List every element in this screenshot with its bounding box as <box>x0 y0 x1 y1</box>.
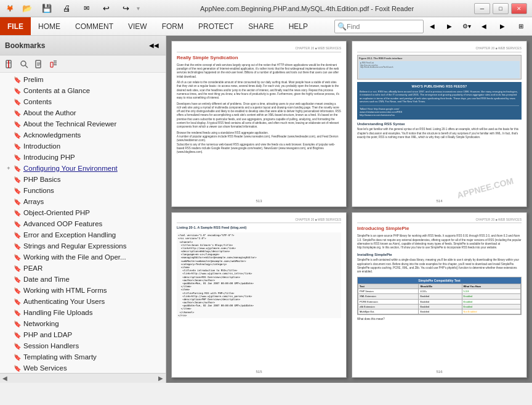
close-btn[interactable]: ✕ <box>511 3 527 14</box>
bookmark-introducing-php[interactable]: 🔖 Introducing PHP <box>0 152 166 163</box>
bookmark-label: Templating with Smarty <box>23 353 97 361</box>
email-btn[interactable]: ✉ <box>78 1 95 17</box>
page-4[interactable]: CHAPTER 20 ■ WEB SERVICES Introducing Si… <box>352 212 527 378</box>
bookmarks-list[interactable]: 🔖 Prelim 🔖 Contents at a Glance 🔖 Conten… <box>0 73 166 373</box>
bookmark-marker-icon: 🔖 <box>14 165 21 172</box>
menu-share[interactable]: SHARE <box>241 17 281 35</box>
bookmark-search-btn[interactable] <box>17 58 31 70</box>
bookmark-marker-icon: 🔖 <box>14 210 21 216</box>
bookmark-error-handling[interactable]: 🔖 Error and Exception Handling <box>0 229 166 240</box>
bookmark-file-ops[interactable]: 🔖 Working with the File and Oper... <box>0 252 166 263</box>
search-input[interactable] <box>347 23 421 30</box>
page-2-subtitle: Understanding RSS Syntax <box>357 122 522 127</box>
sidebar-prev-btn[interactable]: ◀ <box>2 375 7 382</box>
cell: PHP Version <box>358 289 419 294</box>
bookmark-file-uploads[interactable]: 🔖 Handling File Uploads <box>0 307 166 318</box>
menu-file[interactable]: FILE <box>0 17 31 35</box>
bookmark-smarty[interactable]: 🔖 Templating with Smarty <box>0 351 166 362</box>
open-btn[interactable]: 📂 <box>18 1 36 17</box>
page-4-title: Introducing SimplePie <box>357 226 522 232</box>
bookmark-marker-icon: 🔖 <box>14 154 21 161</box>
bookmark-pear[interactable]: 🔖 PEAR <box>0 263 166 274</box>
bookmark-advanced-oop[interactable]: 🔖 Advanced OOP Features <box>0 218 166 229</box>
menu-form[interactable]: FORM <box>155 17 191 35</box>
bookmark-contents-at-glance[interactable]: 🔖 Contents at a Glance <box>0 85 166 96</box>
bookmark-date-time[interactable]: 🔖 Date and Time <box>0 274 166 285</box>
menu-bar: FILE HOME COMMENT VIEW FORM PROTECT SHAR… <box>0 17 532 36</box>
bookmark-expand-all-btn[interactable] <box>47 58 60 70</box>
bookmark-configuring[interactable]: + 🔖 Configuring Your Environment <box>0 163 166 174</box>
bookmark-functions[interactable]: 🔖 Functions <box>0 185 166 196</box>
bookmark-php-basics[interactable]: 🔖 PHP Basics <box>0 174 166 185</box>
save-btn[interactable]: 💾 <box>38 1 55 17</box>
search-options-btn[interactable]: ⚙▾ <box>458 18 475 35</box>
nav-prev-btn[interactable]: ◀ <box>475 18 493 35</box>
bookmark-label: Functions <box>23 187 54 194</box>
cell: MultiByte Ext. <box>358 309 419 314</box>
page-2-text: Now let's get familiar with the general … <box>357 128 522 139</box>
sidebar-title: Bookmarks <box>5 41 45 50</box>
bookmark-about-author[interactable]: 🔖 About the Author <box>0 107 166 118</box>
col-should-be: Should Be <box>419 284 462 289</box>
cell: Enabled <box>462 299 520 304</box>
print-btn[interactable]: 🖨 <box>58 1 75 17</box>
sidebar-next-btn[interactable]: ▶ <box>158 375 163 382</box>
page-2-content: CHAPTER 20 ■ WEB SERVICES Figure 20-1. T… <box>352 41 526 207</box>
page-1-chapter: CHAPTER 20 ■ WEB SERVICES <box>177 46 341 52</box>
minimize-btn[interactable]: ─ <box>474 3 490 14</box>
figure-title: Figure 20-1. The RSS Feeds interface <box>359 57 520 60</box>
bookmark-web-services[interactable]: 🔖 Web Services <box>0 362 166 373</box>
cell: Enabled <box>419 309 462 314</box>
maximize-btn[interactable]: □ <box>493 3 509 14</box>
menu-view[interactable]: VIEW <box>121 17 155 35</box>
page-1-para1: Given that the entire concept of web ser… <box>177 63 341 79</box>
bookmark-arrays[interactable]: 🔖 Arrays <box>0 196 166 207</box>
cell: Enabled <box>419 304 462 309</box>
page-2[interactable]: CHAPTER 20 ■ WEB SERVICES Figure 20-1. T… <box>352 41 527 207</box>
bookmark-delete-btn[interactable] <box>32 58 46 70</box>
page-1[interactable]: CHAPTER 20 ■ WEB SERVICES Really Simple … <box>171 41 347 207</box>
page-4-chapter: CHAPTER 20 ■ WEB SERVICES <box>357 218 522 224</box>
bookmark-marker-icon: 🔖 <box>14 365 21 372</box>
bookmark-authenticating[interactable]: 🔖 Authenticating Your Users <box>0 296 166 307</box>
bookmark-session-handlers[interactable]: 🔖 Session Handlers <box>0 340 166 351</box>
cell: Enabled <box>462 294 520 299</box>
bookmark-ldap[interactable]: 🔖 PHP and LDAP <box>0 329 166 340</box>
bookmark-label: Prelim <box>23 76 44 83</box>
nav-next-btn[interactable]: ▶ <box>494 18 511 35</box>
content-area[interactable]: CHAPTER 20 ■ WEB SERVICES Really Simple … <box>166 36 532 383</box>
undo-btn[interactable]: ↩ <box>97 1 115 17</box>
bookmark-introduction[interactable]: 🔖 Introduction <box>0 141 166 152</box>
page-3[interactable]: CHAPTER 20 ■ WEB SERVICES Listing 20-1. … <box>171 212 347 378</box>
pages-container: CHAPTER 20 ■ WEB SERVICES Really Simple … <box>166 36 532 383</box>
search-next-btn[interactable]: ▶ <box>441 18 458 35</box>
bookmark-label: Introducing PHP <box>23 153 75 161</box>
redo-btn[interactable]: ↪ <box>117 1 134 17</box>
bookmark-contents[interactable]: 🔖 Contents <box>0 96 166 107</box>
svg-point-1 <box>21 61 26 66</box>
search-prev-btn[interactable]: ◀ <box>424 18 441 35</box>
search-icon: 🔍 <box>337 22 347 31</box>
bookmark-label: Networking <box>23 320 59 327</box>
bookmark-marker-icon: 🔖 <box>14 287 21 294</box>
bookmark-html-forms[interactable]: 🔖 Working with HTML Forms <box>0 285 166 296</box>
bookmark-label: Object-Oriented PHP <box>23 209 90 216</box>
menu-comment[interactable]: COMMENT <box>68 17 121 35</box>
bookmark-networking[interactable]: 🔖 Networking <box>0 318 166 329</box>
expand-btn[interactable]: ⊞ <box>512 18 530 35</box>
figure-content: ■ RSS Feed List http://rss.cnn.com/rss h… <box>359 61 520 78</box>
bookmark-acknowledgments[interactable]: 🔖 Acknowledgments <box>0 129 166 141</box>
sidebar-toolbar <box>0 55 166 73</box>
bookmark-add-btn[interactable] <box>2 58 16 70</box>
menu-protect[interactable]: PROTECT <box>191 17 241 35</box>
bookmark-prelim[interactable]: 🔖 Prelim <box>0 74 166 85</box>
page-2-chapter: CHAPTER 20 ■ WEB SERVICES <box>357 46 522 52</box>
sidebar-collapse-btn[interactable]: ◀◀ <box>147 39 161 52</box>
bookmark-strings-regex[interactable]: 🔖 Strings and Regular Expressions <box>0 240 166 252</box>
menu-help[interactable]: HELP <box>281 17 315 35</box>
bookmark-oop[interactable]: 🔖 Object-Oriented PHP <box>0 207 166 218</box>
menu-home[interactable]: HOME <box>31 17 68 35</box>
bookmark-label: Session Handlers <box>23 342 79 350</box>
page-1-content: CHAPTER 20 ■ WEB SERVICES Really Simple … <box>172 41 346 207</box>
bookmark-about-reviewer[interactable]: 🔖 About the Technical Reviewer <box>0 118 166 129</box>
